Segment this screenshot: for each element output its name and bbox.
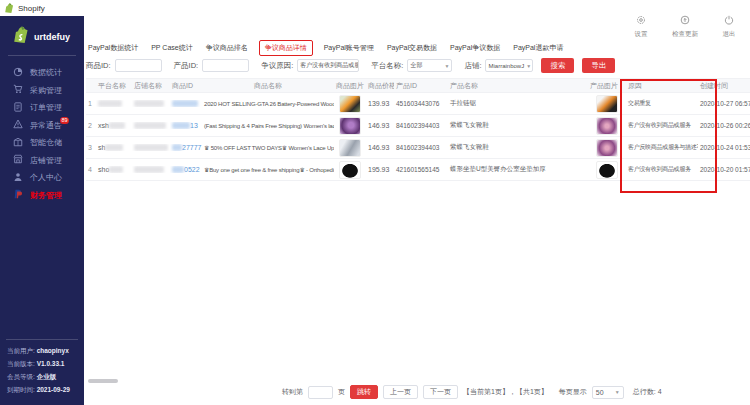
- tab-paypal-disputes[interactable]: PayPal争议数据: [448, 40, 502, 56]
- document-icon: [13, 102, 23, 114]
- settings-button[interactable]: 设置: [626, 11, 656, 39]
- top-action-bar: 设置 检查更新 退出: [626, 11, 744, 39]
- purple-shoe-photo: [596, 139, 618, 157]
- header-goods-price: 商品价格: [366, 81, 394, 91]
- purple-shoe-photo: [339, 117, 361, 135]
- platform-select[interactable]: 全部▼: [407, 59, 452, 72]
- tab-paypal-account-mgmt[interactable]: PayPal账号管理: [322, 40, 376, 56]
- box-icon: [13, 137, 23, 149]
- sidebar-item-label: 智能仓储: [30, 137, 62, 148]
- chainsaw-photo: [596, 95, 618, 113]
- product-image-cell[interactable]: [588, 161, 626, 179]
- tab-dispute-goods-rank[interactable]: 争议商品排名: [204, 40, 250, 56]
- goods-name: ♛Buy one get one free & free shipping♛ -…: [202, 166, 334, 173]
- sidebar-divider: [8, 55, 76, 56]
- blurred-text: [134, 144, 168, 151]
- goods-price: 146.93: [366, 122, 394, 129]
- goods-image-cell[interactable]: [334, 161, 366, 179]
- goods-id-input[interactable]: [115, 59, 162, 72]
- tab-pp-case-stats[interactable]: PP Case统计: [149, 40, 195, 56]
- grey-shoe-photo: [339, 139, 361, 157]
- tab-dispute-goods-detail[interactable]: 争议商品详情: [259, 40, 313, 56]
- storefront-icon: [13, 154, 23, 166]
- sidebar-footer: 当前用户: chaopinyx 当前版本: V1.0.33.1 会员等级: 企业…: [0, 339, 84, 399]
- per-page-select[interactable]: 50▼: [592, 386, 624, 399]
- blurred-text: [172, 144, 182, 151]
- gear-icon: [636, 11, 646, 29]
- store-select[interactable]: MiarrainbowJ▼: [485, 59, 533, 72]
- goods-image-cell[interactable]: [334, 95, 366, 113]
- per-page-label: 每页显示: [559, 387, 587, 397]
- created-at: 2020-10-20 01:57:: [698, 166, 750, 173]
- dispute-goods-table: 平台名称 店铺名称 商品ID 商品名称 商品图片 商品价格 产品ID 产品名称 …: [86, 78, 750, 181]
- goto-page-input[interactable]: [308, 386, 333, 399]
- blurred-text: [134, 166, 164, 173]
- sidebar-menu: 数据统计 采购管理 订单管理 异常通告 89 智能仓储 店铺管理 个人中心: [0, 64, 84, 204]
- exit-button[interactable]: 退出: [714, 11, 744, 39]
- filter-bar: 商品ID: 产品ID: 争议原因: 客户没有收到商品或服务▼ 平台名称: 全部▼…: [86, 58, 615, 73]
- table-row[interactable]: 1 2020 HOT SELLING-GTA 26 Battery-Powere…: [86, 93, 750, 115]
- store-label: 店铺:: [464, 61, 481, 71]
- goods-id-link[interactable]: 0522: [170, 166, 202, 174]
- goods-id-link[interactable]: [170, 100, 202, 108]
- search-button[interactable]: 搜索: [541, 58, 574, 73]
- platform-cell: [96, 100, 132, 108]
- table-row[interactable]: 3 sh 27777 ♛ 50% OFF LAST TWO DAYS♛ Wome…: [86, 137, 750, 159]
- row-number: 3: [86, 144, 96, 151]
- store-cell: [132, 144, 170, 152]
- current-version-info: 当前版本: V1.0.33.1: [0, 360, 84, 373]
- blurred-text: [98, 100, 122, 107]
- table-row[interactable]: 2 xsh 13 (Fast Shipping & 4 Pairs Free S…: [86, 115, 750, 137]
- sidebar-item-orders[interactable]: 订单管理: [0, 99, 84, 117]
- product-id-input[interactable]: [202, 59, 249, 72]
- blurred-text: [109, 166, 123, 173]
- prev-page-button[interactable]: 上一页: [383, 385, 418, 399]
- dispute-reason-select[interactable]: 客户没有收到商品或服务▼: [297, 59, 359, 72]
- check-update-button[interactable]: 检查更新: [670, 11, 700, 39]
- sidebar-item-finance[interactable]: 财务管理: [0, 187, 84, 205]
- table-row[interactable]: 4 sho 0522 ♛Buy one get one free & free …: [86, 159, 750, 181]
- goods-image-cell[interactable]: [334, 117, 366, 135]
- sidebar-item-label: 订单管理: [30, 102, 62, 113]
- sidebar-item-stores[interactable]: 店铺管理: [0, 152, 84, 170]
- goods-price: 146.93: [366, 144, 394, 151]
- sidebar-item-warehouse[interactable]: 智能仓储: [0, 134, 84, 152]
- export-button[interactable]: 导出: [582, 58, 615, 73]
- sidebar-item-purchasing[interactable]: 采购管理: [0, 82, 84, 100]
- next-page-button[interactable]: 下一页: [423, 385, 458, 399]
- person-icon: [13, 172, 23, 184]
- black-cushion-photo: [596, 161, 618, 179]
- header-goods-id: 商品ID: [170, 81, 202, 91]
- sidebar-item-data-stats[interactable]: 数据统计: [0, 64, 84, 82]
- header-product-image: 产品图片: [588, 81, 626, 91]
- header-goods-name: 商品名称: [202, 81, 334, 91]
- horizontal-scrollbar[interactable]: [88, 379, 118, 383]
- jump-button[interactable]: 跳转: [350, 385, 378, 399]
- sidebar-item-alerts[interactable]: 异常通告 89: [0, 117, 84, 135]
- goods-name: ♛ 50% OFF LAST TWO DAYS♛ Women's Lace Up…: [202, 144, 334, 151]
- goto-label: 转到第: [282, 387, 303, 397]
- product-image-cell[interactable]: [588, 95, 626, 113]
- tab-paypal-data-stats[interactable]: PayPal数据统计: [86, 40, 140, 56]
- pie-chart-icon: [13, 67, 23, 79]
- blurred-text: [172, 166, 184, 173]
- product-image-cell[interactable]: [588, 117, 626, 135]
- sidebar-item-label: 店铺管理: [30, 155, 62, 166]
- blurred-text: [105, 144, 123, 151]
- exit-label: 退出: [723, 30, 736, 39]
- goods-id-link[interactable]: 13: [170, 122, 202, 130]
- tab-paypal-refunds[interactable]: PayPal退款申请: [511, 40, 565, 56]
- tab-paypal-transactions[interactable]: PayPal交易数据: [385, 40, 439, 56]
- platform-label: 平台名称:: [371, 61, 403, 71]
- blurred-text: [109, 122, 125, 129]
- header-reason: 原因: [626, 81, 698, 91]
- dispute-reason: 客户反映商品或服务与描述不符: [626, 143, 698, 152]
- product-name: 紫蝶飞女靴鞋: [448, 121, 588, 130]
- product-id: 841602394403: [394, 144, 448, 151]
- product-image-cell[interactable]: [588, 139, 626, 157]
- goods-image-cell[interactable]: [334, 139, 366, 157]
- goods-id-link[interactable]: 27777: [170, 144, 202, 152]
- check-update-label: 检查更新: [672, 30, 698, 39]
- shopify-logo-icon: [5, 0, 14, 17]
- sidebar-item-profile[interactable]: 个人中心: [0, 169, 84, 187]
